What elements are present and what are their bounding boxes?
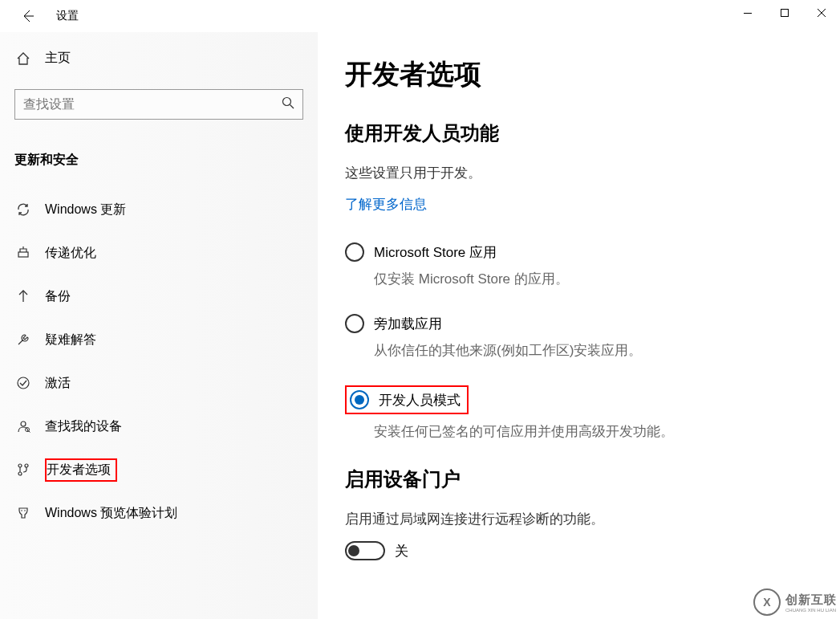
sidebar-item-delivery-optimization[interactable]: 传递优化: [13, 231, 303, 275]
toggle-label: 关: [395, 542, 408, 560]
sidebar-item-label: 传递优化: [45, 245, 96, 262]
section-title-use-developer-features: 使用开发人员功能: [345, 120, 816, 146]
svg-rect-7: [18, 252, 28, 257]
watermark: X 创新互联 CHUANG XIN HU LIAN: [753, 588, 837, 616]
radio-option-developer-mode[interactable]: 开发人员模式 安装任何已签名的可信应用并使用高级开发功能。: [345, 385, 816, 441]
backup-icon: [13, 289, 34, 303]
svg-point-17: [24, 510, 26, 511]
sidebar-item-developer-options[interactable]: 开发者选项: [13, 448, 303, 491]
sidebar-item-label: 查找我的设备: [45, 418, 122, 435]
watermark-logo-icon: X: [753, 588, 781, 616]
section-title-device-portal: 启用设备门户: [345, 466, 816, 492]
sidebar: 主页 更新和安全 Windows 更新 传递优化 备份: [0, 32, 318, 619]
svg-rect-0: [744, 13, 752, 14]
sidebar-item-find-my-device[interactable]: 查找我的设备: [13, 405, 303, 448]
radio-icon: [345, 242, 364, 262]
sidebar-item-label: 备份: [45, 288, 71, 305]
watermark-subtext: CHUANG XIN HU LIAN: [785, 608, 837, 613]
toggle-knob: [348, 545, 359, 556]
section-info-text: 这些设置只用于开发。: [345, 164, 816, 182]
radio-description: 安装任何已签名的可信应用并使用高级开发功能。: [374, 422, 816, 441]
developer-icon: [13, 462, 34, 477]
radio-description: 仅安装 Microsoft Store 的应用。: [374, 270, 816, 288]
developer-mode-radio-group: Microsoft Store 应用 仅安装 Microsoft Store 的…: [345, 242, 816, 466]
svg-point-14: [18, 472, 22, 475]
home-nav[interactable]: 主页: [14, 47, 303, 70]
svg-point-9: [18, 377, 29, 389]
sidebar-item-label: Windows 更新: [45, 202, 126, 218]
sidebar-item-label: Windows 预览体验计划: [45, 505, 177, 522]
radio-label: Microsoft Store 应用: [374, 243, 497, 262]
svg-point-16: [21, 510, 22, 511]
sidebar-item-label: 疑难解答: [45, 332, 96, 348]
home-icon: [14, 51, 32, 66]
findmydevice-icon: [13, 419, 34, 434]
device-portal-toggle[interactable]: [345, 541, 385, 560]
radio-icon: [350, 390, 369, 409]
radio-description: 从你信任的其他来源(例如工作区)安装应用。: [374, 341, 816, 360]
radio-option-microsoft-store[interactable]: Microsoft Store 应用 仅安装 Microsoft Store 的…: [345, 242, 816, 288]
radio-label: 旁加载应用: [374, 315, 442, 333]
svg-point-10: [21, 421, 26, 426]
search-box[interactable]: [14, 89, 303, 120]
maximize-button[interactable]: [766, 0, 803, 26]
svg-point-5: [283, 98, 291, 106]
sidebar-item-windows-update[interactable]: Windows 更新: [13, 188, 303, 231]
search-input[interactable]: [23, 97, 282, 112]
svg-line-12: [29, 431, 30, 433]
sidebar-item-activation[interactable]: 激活: [13, 361, 303, 405]
section-info-text: 启用通过局域网连接进行远程诊断的功能。: [345, 510, 816, 528]
insider-icon: [13, 506, 34, 520]
window-controls: [729, 0, 840, 26]
main-content: 开发者选项 使用开发人员功能 这些设置只用于开发。 了解更多信息 Microso…: [318, 32, 840, 619]
svg-point-13: [18, 464, 22, 467]
page-title: 开发者选项: [345, 56, 816, 93]
watermark-text: 创新互联: [785, 593, 837, 606]
radio-icon: [345, 314, 364, 333]
sidebar-section-header: 更新和安全: [14, 152, 303, 169]
sync-icon: [13, 202, 34, 217]
radio-label: 开发人员模式: [379, 391, 461, 409]
learn-more-link[interactable]: 了解更多信息: [345, 195, 816, 214]
back-button[interactable]: [11, 0, 43, 32]
sidebar-item-backup[interactable]: 备份: [13, 275, 303, 318]
troubleshoot-icon: [13, 332, 34, 347]
window-title: 设置: [56, 9, 79, 23]
svg-line-6: [290, 105, 294, 109]
svg-rect-1: [781, 10, 789, 17]
activation-icon: [13, 376, 34, 390]
sidebar-item-windows-insider[interactable]: Windows 预览体验计划: [13, 491, 303, 535]
close-button[interactable]: [803, 0, 840, 26]
sidebar-item-label: 开发者选项: [45, 458, 117, 482]
svg-point-15: [25, 464, 28, 467]
radio-option-sideload-apps[interactable]: 旁加载应用 从你信任的其他来源(例如工作区)安装应用。: [345, 314, 816, 360]
home-label: 主页: [45, 50, 71, 67]
titlebar: 设置: [0, 0, 840, 32]
device-portal-toggle-row: 关: [345, 541, 816, 560]
search-icon[interactable]: [282, 96, 294, 112]
sidebar-item-troubleshoot[interactable]: 疑难解答: [13, 318, 303, 361]
minimize-button[interactable]: [729, 0, 766, 26]
sidebar-item-label: 激活: [45, 375, 71, 392]
delivery-icon: [13, 246, 34, 260]
